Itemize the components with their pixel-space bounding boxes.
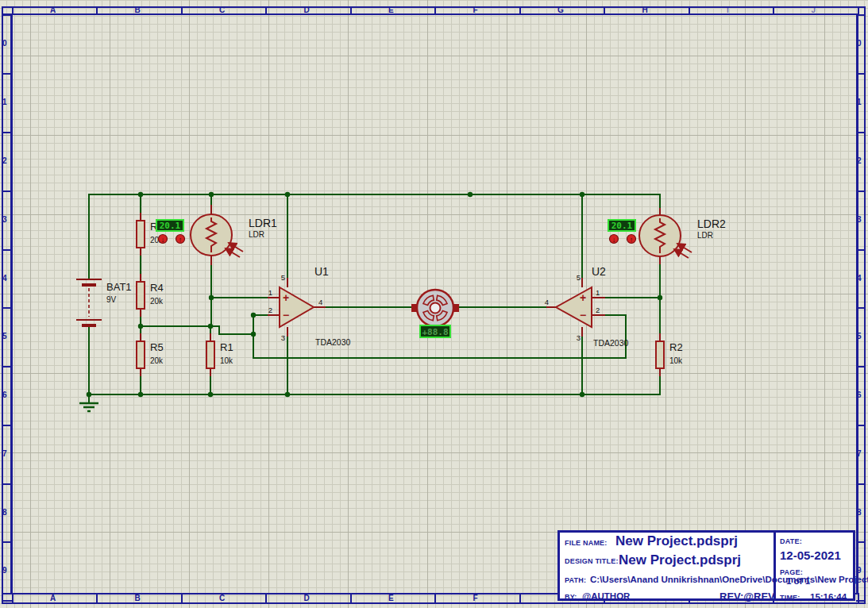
time-label: TIME: — [780, 595, 800, 602]
component-value[interactable]: 9V — [106, 295, 117, 304]
junction-dot — [208, 392, 213, 397]
date-label: DATE: — [780, 538, 802, 545]
by-value: @AUTHOR — [582, 592, 630, 602]
component-ref[interactable]: LDR2 — [697, 217, 726, 230]
component-value[interactable]: LDR — [249, 230, 264, 239]
junction-dot — [285, 192, 290, 197]
junction-dot — [138, 192, 143, 197]
junction-dot — [251, 332, 256, 337]
wire[interactable] — [141, 326, 253, 334]
component-ref[interactable]: U1 — [314, 265, 329, 278]
title-block: FILE NAME: New Project.pdsprj DESIGN TIT… — [557, 530, 855, 601]
by-label: BY: — [565, 594, 577, 601]
opamp-U2[interactable] — [556, 287, 592, 327]
wire[interactable] — [89, 194, 660, 279]
light-arrow-icon — [229, 243, 243, 252]
pin-number: 2 — [268, 306, 272, 314]
motor-shaft — [430, 303, 441, 314]
path-label: PATH: — [565, 577, 586, 584]
component-ref[interactable]: R2 — [669, 341, 683, 353]
schematic-sheet[interactable]: AABBCCDDEEFFGGHHIIJJ00112233445566778899… — [0, 0, 868, 608]
junction-dot — [208, 324, 213, 329]
junction-dot — [580, 392, 584, 397]
junction-dot — [285, 392, 290, 397]
component-ref[interactable]: R1 — [220, 341, 233, 353]
knob-arrow-icon: ↓ — [612, 236, 616, 244]
component-value[interactable]: TDA2030 — [593, 338, 629, 348]
light-arrow-icon — [677, 244, 692, 252]
schematic-canvas[interactable]: BAT19VR320kR420kR520kR110kR210kLDR1LDRLD… — [0, 0, 868, 608]
component-ref[interactable]: BAT1 — [106, 281, 132, 293]
light-arrow-icon — [226, 248, 240, 257]
opamp-input-sign: − — [580, 309, 586, 321]
opamp-input-sign: + — [580, 291, 586, 304]
pin-number: 5 — [281, 273, 285, 282]
resistor-R3[interactable] — [137, 221, 145, 248]
component-ref[interactable]: LDR1 — [249, 217, 277, 229]
junction-dot — [209, 295, 214, 300]
junction-dot — [658, 295, 662, 300]
rev-value: REV:@REV — [719, 591, 775, 602]
wire[interactable] — [89, 327, 660, 394]
knob-arrow-icon: ↑ — [179, 236, 183, 244]
pin-number: 4 — [318, 298, 322, 306]
knob-arrow-icon: ↑ — [630, 236, 634, 244]
resistor-R4[interactable] — [137, 282, 145, 309]
knob-arrow-icon: ↓ — [161, 236, 165, 244]
title-block-divider — [773, 533, 776, 598]
component-value[interactable]: LDR — [697, 231, 713, 240]
component-ref[interactable]: R5 — [150, 341, 164, 353]
component-value[interactable]: 10k — [669, 356, 683, 365]
value-display-text: +88.8 — [422, 327, 448, 337]
junction-dot — [138, 392, 143, 397]
junction-dot — [209, 192, 214, 197]
design-title-label: DESIGN TITLE: — [565, 558, 619, 565]
opamp-input-sign: + — [283, 291, 289, 304]
pin-number: 5 — [577, 273, 581, 282]
value-display-text: 20.1 — [160, 221, 181, 231]
pin-number: 4 — [545, 298, 549, 306]
junction-dot — [87, 392, 91, 397]
pin-number: 3 — [281, 333, 285, 342]
junction-dot — [580, 192, 584, 197]
component-ref[interactable]: R4 — [150, 282, 164, 294]
component-value[interactable]: TDA2030 — [315, 337, 351, 347]
component-ref[interactable]: U2 — [592, 265, 606, 278]
resistor-R5[interactable] — [137, 341, 145, 368]
junction-dot — [468, 192, 473, 197]
light-arrow-icon — [674, 249, 689, 258]
component-value[interactable]: 20k — [150, 297, 164, 306]
path-value: C:\Users\Anand Unnikrishnan\OneDrive\Doc… — [590, 575, 868, 585]
component-value[interactable]: 10k — [220, 356, 233, 365]
component-value[interactable]: 20k — [150, 356, 164, 365]
pin-number: 1 — [268, 288, 272, 297]
resistor-R2[interactable] — [656, 341, 664, 368]
junction-dot — [138, 324, 143, 329]
file-name-label: FILE NAME: — [565, 540, 608, 547]
date-value: 12-05-2021 — [780, 549, 841, 561]
value-display-text: 20.1 — [611, 221, 633, 231]
pin-number: 2 — [596, 306, 600, 314]
junction-dot — [251, 313, 256, 317]
design-title-value: New Project.pdsprj — [619, 553, 741, 567]
pin-number: 3 — [577, 333, 581, 342]
pin-number: 1 — [596, 288, 600, 297]
opamp-input-sign: − — [283, 309, 289, 321]
file-name-value: New Project.pdsprj — [615, 534, 738, 548]
time-value: 15:16:44 — [810, 593, 847, 602]
resistor-R1[interactable] — [206, 341, 214, 368]
